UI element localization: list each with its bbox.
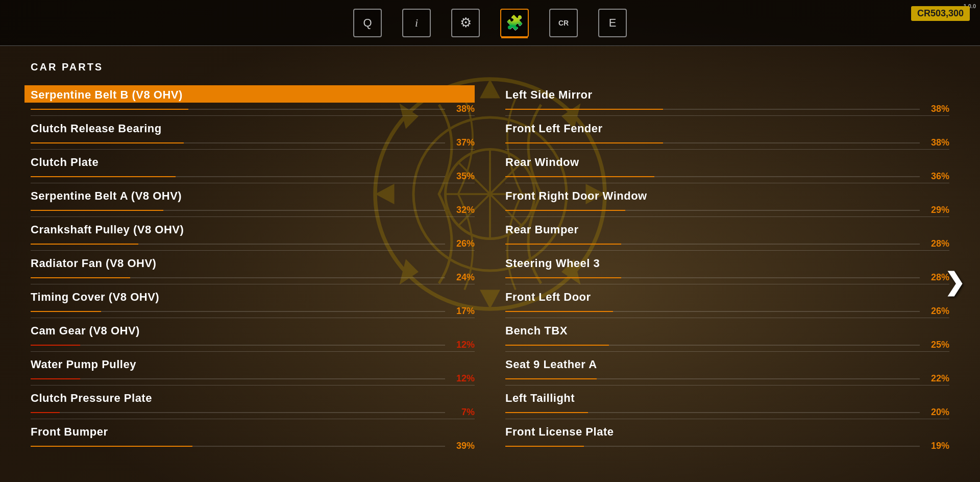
part-bar-row: 36%	[505, 171, 949, 182]
right-part-item[interactable]: Left Taillight20%	[505, 389, 949, 419]
part-name: Timing Cover (V8 OHV)	[31, 287, 475, 305]
part-pct: 26%	[925, 306, 949, 317]
part-bar-fill	[505, 244, 621, 245]
part-name: Cam Gear (V8 OHV)	[31, 321, 475, 339]
nav-tab-cr[interactable]: CR	[549, 9, 578, 37]
left-part-item[interactable]: Clutch Plate35%	[31, 153, 475, 183]
part-pct: 22%	[925, 373, 949, 384]
part-bar-row: 28%	[505, 238, 949, 249]
part-bar-fill	[31, 244, 138, 245]
part-bar-row: 17%	[31, 306, 475, 317]
divider	[505, 250, 949, 251]
left-part-item[interactable]: Serpentine Belt B (V8 OHV)38%	[31, 85, 475, 116]
part-bar-row: 25%	[505, 340, 949, 350]
part-bar-row: 35%	[31, 171, 475, 182]
right-parts-column: Left Side Mirror38%Front Left Fender38%R…	[505, 85, 949, 454]
part-bar-bg	[505, 210, 920, 211]
part-pct: 12%	[450, 373, 475, 384]
part-bar-row: 12%	[31, 373, 475, 384]
part-name: Steering Wheel 3	[505, 254, 949, 271]
divider	[505, 351, 949, 352]
right-part-item[interactable]: Front License Plate19%	[505, 422, 949, 451]
e-label: E	[609, 16, 617, 30]
parts-icon: 🧩	[506, 14, 524, 31]
divider	[505, 318, 949, 318]
divider	[31, 419, 475, 419]
nav-tab-e[interactable]: E	[598, 9, 627, 37]
part-bar-fill	[505, 176, 654, 177]
left-part-item[interactable]: Water Pump Pulley12%	[31, 355, 475, 385]
part-bar-fill	[31, 210, 163, 211]
left-part-item[interactable]: Crankshaft Pulley (V8 OHV)26%	[31, 220, 475, 251]
part-pct: 28%	[925, 238, 949, 249]
part-bar-bg	[505, 277, 920, 278]
part-bar-bg	[31, 378, 445, 379]
part-bar-row: 20%	[505, 407, 949, 418]
left-parts-column: Serpentine Belt B (V8 OHV)38%Clutch Rele…	[31, 85, 475, 454]
part-bar-fill	[31, 109, 188, 110]
nav-tab-engine[interactable]: ⚙	[451, 9, 480, 37]
part-bar-row: 26%	[505, 306, 949, 317]
divider	[505, 216, 949, 217]
left-part-item[interactable]: Timing Cover (V8 OHV)17%	[31, 287, 475, 318]
parts-columns: Serpentine Belt B (V8 OHV)38%Clutch Rele…	[31, 85, 949, 454]
right-part-item[interactable]: Front Left Fender38%	[505, 119, 949, 150]
right-part-item[interactable]: Rear Bumper28%	[505, 220, 949, 251]
part-pct: 19%	[925, 441, 949, 451]
part-bar-bg	[31, 277, 445, 278]
left-part-item[interactable]: Serpentine Belt A (V8 OHV)32%	[31, 186, 475, 217]
part-bar-row: 32%	[31, 205, 475, 215]
part-bar-row: 7%	[31, 407, 475, 418]
left-part-item[interactable]: Front Bumper39%	[31, 422, 475, 451]
divider	[31, 216, 475, 217]
part-name: Clutch Release Bearing	[31, 119, 475, 136]
left-part-item[interactable]: Clutch Pressure Plate7%	[31, 389, 475, 419]
divider	[31, 250, 475, 251]
part-bar-bg	[505, 345, 920, 346]
part-bar-bg	[505, 311, 920, 312]
part-bar-row: 38%	[505, 137, 949, 148]
part-name: Water Pump Pulley	[31, 355, 475, 372]
part-bar-row: 38%	[31, 104, 475, 114]
left-part-item[interactable]: Cam Gear (V8 OHV)12%	[31, 321, 475, 352]
next-arrow[interactable]: ❯	[944, 268, 965, 296]
part-bar-fill	[505, 345, 609, 346]
nav-tab-parts[interactable]: 🧩	[500, 9, 529, 37]
part-bar-bg	[31, 412, 445, 413]
part-bar-row: 38%	[505, 104, 949, 114]
part-bar-bg	[505, 176, 920, 177]
part-bar-bg	[31, 142, 445, 143]
right-part-item[interactable]: Seat 9 Leather A22%	[505, 355, 949, 385]
part-bar-bg	[31, 446, 445, 447]
currency-badge: CR503,300	[911, 6, 970, 21]
divider	[31, 351, 475, 352]
part-bar-fill	[505, 311, 613, 312]
part-bar-fill	[505, 277, 621, 278]
part-pct: 26%	[450, 238, 475, 249]
part-name: Front License Plate	[505, 422, 949, 440]
section-title: CAR PARTS	[31, 61, 949, 73]
right-part-item[interactable]: Front Left Door26%	[505, 287, 949, 318]
part-bar-fill	[31, 446, 192, 447]
nav-tab-q[interactable]: Q	[353, 9, 382, 37]
divider	[505, 183, 949, 183]
part-name: Crankshaft Pulley (V8 OHV)	[31, 220, 475, 237]
right-part-item[interactable]: Steering Wheel 328%	[505, 254, 949, 284]
part-pct: 7%	[450, 407, 475, 418]
divider	[505, 385, 949, 385]
right-part-item[interactable]: Rear Window36%	[505, 153, 949, 183]
nav-tab-info[interactable]: i	[402, 9, 431, 37]
part-name: Left Side Mirror	[505, 85, 949, 103]
part-pct: 38%	[925, 137, 949, 148]
part-bar-row: 24%	[31, 272, 475, 283]
right-part-item[interactable]: Left Side Mirror38%	[505, 85, 949, 116]
left-part-item[interactable]: Clutch Release Bearing37%	[31, 119, 475, 150]
right-part-item[interactable]: Front Right Door Window29%	[505, 186, 949, 217]
part-bar-fill	[31, 142, 184, 143]
part-name: Rear Bumper	[505, 220, 949, 237]
right-part-item[interactable]: Bench TBX25%	[505, 321, 949, 352]
left-part-item[interactable]: Radiator Fan (V8 OHV)24%	[31, 254, 475, 284]
part-bar-row: 29%	[505, 205, 949, 215]
part-bar-row: 12%	[31, 340, 475, 350]
part-bar-fill	[31, 345, 80, 346]
